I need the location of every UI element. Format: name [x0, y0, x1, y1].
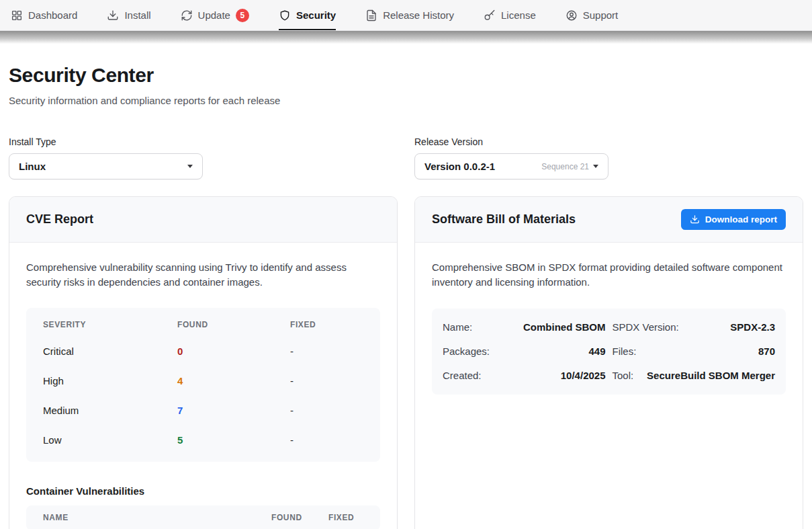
document-icon [365, 9, 377, 22]
sbom-info-row: Packages: 449 Files: 870 [443, 339, 775, 364]
security-center-page: Security Center Security information and… [0, 64, 812, 529]
sbom-card: Software Bill of Materials Download repo… [414, 196, 803, 529]
tab-support[interactable]: Support [566, 0, 619, 30]
install-type-select[interactable]: Linux [9, 153, 203, 179]
sbom-spdx-version-value: SPDX-2.3 [730, 321, 775, 333]
fixed-count: - [290, 434, 363, 446]
download-report-button[interactable]: Download report [681, 209, 786, 230]
col-found: FOUND [271, 513, 328, 522]
table-row-low: Low 5 - [26, 425, 380, 455]
severity-table: SEVERITY FOUND FIXED Critical 0 - High 4… [26, 308, 380, 462]
severity-name: High [43, 375, 177, 386]
shield-icon [279, 9, 291, 22]
tab-install[interactable]: Install [107, 0, 150, 30]
key-icon [484, 9, 496, 22]
chevron-down-icon [593, 165, 598, 168]
cve-report-header: CVE Report [9, 197, 397, 243]
table-row-critical: Critical 0 - [26, 337, 380, 366]
col-name: NAME [43, 513, 271, 522]
sbom-description: Comprehensive SBOM in SPDX format provid… [432, 260, 786, 290]
severity-name: Critical [43, 345, 177, 357]
sbom-tool-label: Tool: [613, 370, 634, 381]
col-severity: SEVERITY [43, 320, 177, 329]
severity-name: Low [43, 434, 177, 446]
sbom-name-value: Combined SBOM [523, 321, 606, 333]
sbom-created-value: 10/4/2025 [561, 370, 606, 381]
install-type-value: Linux [19, 161, 46, 172]
update-count-badge: 5 [236, 9, 249, 22]
tab-security[interactable]: Security [279, 0, 336, 30]
download-icon [107, 9, 119, 22]
found-count: 5 [177, 434, 290, 446]
severity-table-header: SEVERITY FOUND FIXED [26, 313, 380, 337]
found-count: 0 [177, 345, 290, 357]
release-version-value: Version 0.0.2-1 [424, 161, 495, 172]
cve-report-title: CVE Report [26, 212, 93, 227]
container-vulnerabilities-section: Container Vulnerabilities NAME FOUND FIX… [26, 485, 380, 529]
fixed-count: - [290, 405, 363, 416]
sequence-label: Sequence 21 [541, 162, 589, 171]
release-version-filter: Release Version Version 0.0.2-1 Sequence… [414, 136, 803, 179]
col-fixed: FIXED [290, 320, 363, 329]
sbom-info-grid: Name: Combined SBOM SPDX Version: SPDX-2… [432, 309, 786, 395]
header-scroll-shadow [0, 31, 812, 44]
download-icon [690, 214, 700, 225]
col-fixed: FIXED [328, 513, 363, 522]
cve-report-card: CVE Report Comprehensive vulnerability s… [9, 196, 398, 529]
found-count: 4 [177, 375, 290, 386]
tab-label: Support [583, 9, 619, 21]
found-count: 7 [177, 405, 290, 416]
tab-label: Dashboard [28, 9, 77, 21]
download-report-label: Download report [705, 214, 777, 225]
top-navbar: Dashboard Install Update 5 Security Rele… [0, 0, 812, 31]
sbom-info-row: Name: Combined SBOM SPDX Version: SPDX-2… [443, 315, 775, 339]
sbom-packages-value: 449 [588, 345, 605, 357]
tab-label: License [501, 9, 536, 21]
tab-release-history[interactable]: Release History [365, 0, 454, 30]
release-version-select[interactable]: Version 0.0.2-1 Sequence 21 [414, 153, 608, 179]
col-found: FOUND [177, 320, 290, 329]
sbom-files-label: Files: [613, 345, 637, 357]
sbom-name-label: Name: [443, 321, 472, 333]
sbom-spdx-version-label: SPDX Version: [613, 321, 679, 333]
fixed-count: - [290, 375, 363, 386]
table-row-medium: Medium 7 - [26, 396, 380, 425]
page-title: Security Center [9, 64, 803, 87]
filters-row: Install Type Linux Release Version Versi… [9, 136, 803, 179]
container-vulnerabilities-header: NAME FOUND FIXED [26, 505, 380, 529]
tab-license[interactable]: License [484, 0, 536, 30]
sbom-title: Software Bill of Materials [432, 212, 576, 227]
sbom-files-value: 870 [758, 345, 775, 357]
sbom-packages-label: Packages: [443, 345, 490, 357]
sbom-tool-value: SecureBuild SBOM Merger [647, 370, 775, 381]
sbom-info-row: Created: 10/4/2025 Tool: SecureBuild SBO… [443, 364, 775, 388]
tab-update[interactable]: Update 5 [181, 0, 249, 30]
cve-report-description: Comprehensive vulnerability scanning usi… [26, 260, 380, 290]
refresh-icon [181, 9, 193, 22]
container-vulnerabilities-title: Container Vulnerabilities [26, 485, 380, 497]
report-cards: CVE Report Comprehensive vulnerability s… [9, 196, 803, 529]
user-circle-icon [566, 9, 578, 22]
install-type-filter: Install Type Linux [9, 136, 398, 179]
sbom-header: Software Bill of Materials Download repo… [415, 197, 803, 243]
tab-label: Security [296, 9, 336, 21]
tab-dashboard[interactable]: Dashboard [11, 0, 77, 30]
sbom-created-label: Created: [443, 370, 482, 381]
tab-label: Release History [383, 9, 454, 21]
severity-name: Medium [43, 405, 177, 416]
chevron-down-icon [187, 165, 193, 168]
install-type-label: Install Type [9, 136, 398, 147]
table-row-high: High 4 - [26, 366, 380, 396]
release-version-label: Release Version [414, 136, 803, 147]
fixed-count: - [290, 345, 363, 357]
page-subtitle: Security information and compliance repo… [9, 95, 803, 106]
tab-label: Update [198, 9, 230, 21]
dashboard-icon [11, 9, 23, 22]
tab-label: Install [124, 9, 150, 21]
